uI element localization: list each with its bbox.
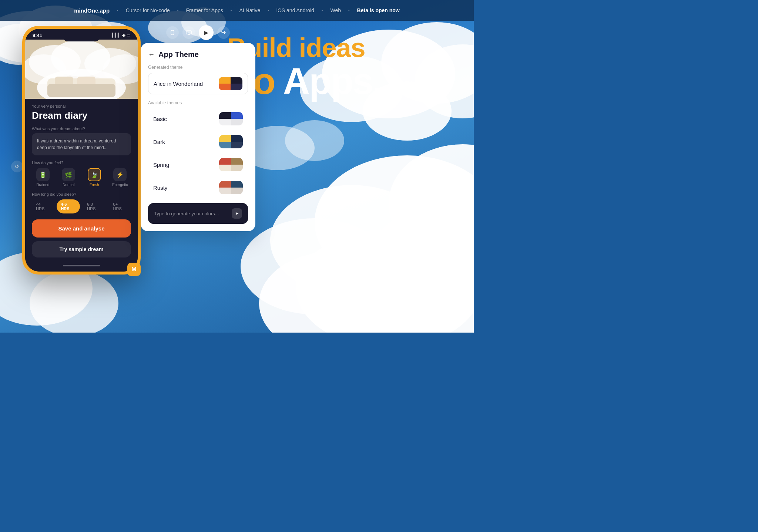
basic-swatch: [219, 112, 243, 125]
feel-label: How do you feel?: [32, 161, 131, 165]
theme-spring[interactable]: Spring: [148, 154, 248, 175]
sleep-label: How long did you sleep?: [32, 192, 131, 196]
theme-panel: ▶ ← App Theme Generated theme Alice in W…: [141, 25, 255, 231]
dream-input[interactable]: It was a dream within a dream, ventured …: [32, 133, 131, 155]
toolbar-share-icon[interactable]: [217, 26, 230, 39]
sleep-4-6[interactable]: 4-6 HRS: [57, 199, 80, 213]
brand-logo[interactable]: mindOne.app: [74, 7, 110, 14]
nav-item-ios[interactable]: iOS and Android: [276, 7, 314, 13]
theme-dark-name: Dark: [153, 139, 165, 145]
theme-back-button[interactable]: ←: [148, 51, 155, 58]
wifi-icon: ◈: [122, 33, 125, 38]
feel-fresh-label: Fresh: [90, 183, 99, 187]
theme-dark[interactable]: Dark: [148, 131, 248, 152]
home-indicator: [63, 265, 100, 266]
svg-rect-36: [171, 30, 174, 35]
feel-drained[interactable]: 🔋 Drained: [32, 168, 54, 187]
phone-inner: 9:41 ▎▎▎ ◈ ▭: [25, 29, 138, 272]
dream-section-label: What was your dream about?: [32, 127, 131, 131]
feel-fresh-icon: 🍃: [88, 168, 101, 181]
nav-dot-3: ●: [231, 9, 232, 11]
hero-apps: Apps.: [283, 60, 382, 102]
nav-dot-6: ●: [348, 9, 350, 11]
mindone-badge: M: [127, 263, 141, 276]
sleep-lt4[interactable]: <4 HRS: [32, 199, 54, 213]
navbar: mindOne.app ● Cursor for No-code ● Frame…: [0, 0, 474, 21]
theme-toolbar: ▶: [141, 25, 255, 40]
feel-fresh[interactable]: 🍃 Fresh: [83, 168, 105, 187]
theme-title: App Theme: [158, 50, 199, 59]
spring-swatch: [219, 158, 243, 171]
generated-label: Generated theme: [148, 65, 248, 70]
toolbar-play-button[interactable]: ▶: [199, 25, 214, 40]
generate-send-button[interactable]: ➤: [232, 208, 242, 219]
feel-drained-icon: 🔋: [36, 168, 50, 181]
dream-image: [25, 40, 138, 99]
generated-theme-section: Generated theme Alice in Wonderland: [148, 65, 248, 94]
svg-rect-37: [172, 34, 173, 34]
nav-item-framer[interactable]: Framer for Apps: [186, 7, 223, 13]
signal-icon: ▎▎▎: [112, 33, 121, 38]
feel-section: How do you feel? 🔋 Drained 🌿 Normal: [32, 161, 131, 187]
sleep-8plus[interactable]: 8+ HRS: [109, 199, 131, 213]
nav-item-web[interactable]: Web: [330, 7, 341, 13]
feel-normal-label: Normal: [63, 183, 74, 187]
dark-swatch: [219, 135, 243, 148]
generated-theme-item[interactable]: Alice in Wonderland: [148, 73, 248, 94]
sleep-section: How long did you sleep? <4 HRS 4-6 HRS 6…: [32, 192, 131, 213]
feel-options: 🔋 Drained 🌿 Normal 🍃 Fresh: [32, 168, 131, 187]
theme-basic[interactable]: Basic: [148, 108, 248, 129]
available-themes-section: Available themes Basic Dark: [148, 100, 248, 198]
feel-drained-label: Drained: [36, 183, 49, 187]
save-analyse-button[interactable]: Save and analyse: [32, 219, 131, 238]
nav-item-beta[interactable]: Beta is open now: [357, 7, 400, 13]
phone-notch: [63, 32, 100, 41]
feel-normal[interactable]: 🌿 Normal: [58, 168, 80, 187]
theme-basic-name: Basic: [153, 116, 167, 122]
phone-time: 9:41: [33, 33, 42, 38]
generate-bar[interactable]: Type to generate your colors... ➤: [148, 203, 248, 224]
nav-dot-2: ●: [177, 9, 179, 11]
refresh-button[interactable]: ↺: [11, 161, 23, 172]
dream-illustration: [25, 40, 138, 99]
theme-rusty-name: Rusty: [153, 185, 167, 191]
nav-item-cursor[interactable]: Cursor for No-code: [126, 7, 170, 13]
feel-energetic[interactable]: ⚡ Energetic: [109, 168, 131, 187]
sleep-6-8[interactable]: 6-8 HRS: [83, 199, 106, 213]
alice-swatch: [219, 77, 242, 90]
theme-header: ← App Theme: [148, 50, 248, 59]
theme-rusty[interactable]: Rusty: [148, 177, 248, 198]
generated-theme-name: Alice in Wonderland: [154, 81, 203, 87]
rusty-swatch: [219, 181, 243, 194]
phone-title: Dream diary: [32, 110, 131, 121]
phone-frame: 9:41 ▎▎▎ ◈ ▭: [22, 26, 141, 275]
generate-placeholder: Type to generate your colors...: [154, 211, 219, 216]
nav-dot-4: ●: [268, 9, 269, 11]
nav-dot-1: ●: [117, 9, 118, 11]
phone-content: Your very personal Dream diary What was …: [25, 99, 138, 263]
feel-energetic-icon: ⚡: [113, 168, 127, 181]
available-label: Available themes: [148, 100, 248, 105]
theme-spring-name: Spring: [153, 162, 169, 168]
toolbar-mobile-icon[interactable]: [166, 26, 179, 39]
toolbar-desktop-icon[interactable]: [182, 26, 195, 39]
feel-energetic-label: Energetic: [112, 183, 128, 187]
phone-bottom-bar: [25, 263, 138, 272]
battery-icon: ▭: [127, 33, 130, 38]
try-sample-button[interactable]: Try sample dream: [32, 241, 131, 257]
svg-rect-35: [47, 84, 115, 97]
phone-mockup: 9:41 ▎▎▎ ◈ ▭: [22, 26, 148, 275]
theme-card: ← App Theme Generated theme Alice in Won…: [141, 43, 255, 231]
svg-rect-38: [186, 31, 191, 34]
sleep-options: <4 HRS 4-6 HRS 6-8 HRS 8+ HRS: [32, 199, 131, 213]
phone-subtitle: Your very personal: [32, 104, 131, 108]
feel-normal-icon: 🌿: [62, 168, 75, 181]
nav-item-ai[interactable]: AI Native: [239, 7, 260, 13]
phone-status-icons: ▎▎▎ ◈ ▭: [112, 33, 130, 38]
nav-dot-5: ●: [322, 9, 323, 11]
